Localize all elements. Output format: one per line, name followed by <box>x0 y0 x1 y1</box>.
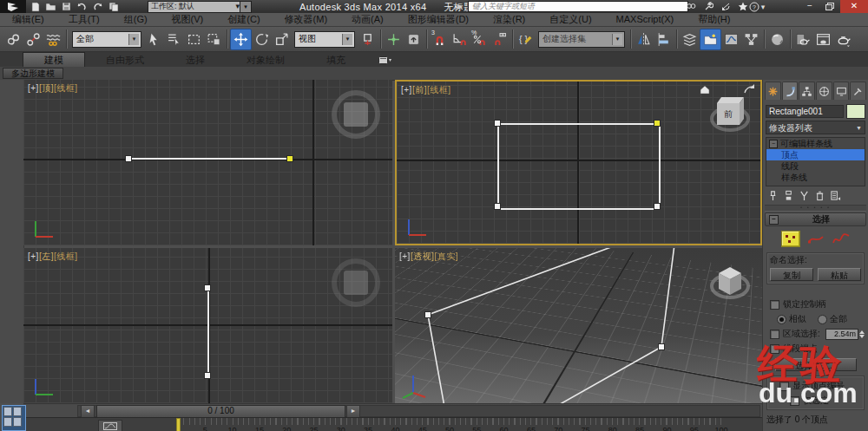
percent-snap-icon[interactable]: % <box>470 29 490 49</box>
menu-item[interactable]: 编辑(E) <box>0 13 56 26</box>
curve-editor-icon[interactable] <box>721 29 741 49</box>
viewport-layout-button[interactable] <box>2 405 26 431</box>
project-folder-icon[interactable] <box>108 1 119 12</box>
spinner-snap-icon[interactable] <box>490 29 510 49</box>
viewport-top-label[interactable]: [+][顶][线框] <box>28 82 78 95</box>
ribbon-tab[interactable]: 建模 <box>23 52 85 67</box>
menu-item[interactable]: 创建(C) <box>215 13 272 26</box>
vertex-handle-selected[interactable] <box>287 156 293 161</box>
rectangular-selection-region-icon[interactable] <box>184 29 204 49</box>
select-and-manipulate-icon[interactable] <box>384 29 404 49</box>
help-button[interactable]: ?▾ <box>746 0 767 13</box>
menu-item[interactable]: 工具(T) <box>56 13 112 26</box>
render-production-icon[interactable] <box>833 29 853 49</box>
redo-icon[interactable] <box>92 1 103 12</box>
time-slider-handle[interactable]: 0 / 100 <box>96 405 345 418</box>
minimize-button[interactable]: − <box>800 0 819 13</box>
vertex-handle[interactable] <box>654 204 660 209</box>
unlink-selection-icon[interactable] <box>23 29 43 49</box>
next-frame-button[interactable]: ► <box>346 405 360 418</box>
make-unique-icon[interactable] <box>799 190 810 201</box>
show-end-result-icon[interactable] <box>783 190 794 201</box>
viewcube[interactable] <box>332 258 380 307</box>
viewport-perspective[interactable]: [+][透视][真实] <box>395 248 762 403</box>
menu-item[interactable]: 视图(V) <box>160 13 216 26</box>
create-tab-icon[interactable] <box>765 82 781 100</box>
spline-rectangle[interactable] <box>497 123 661 210</box>
display-tab-icon[interactable] <box>833 82 850 100</box>
polygon-modeling-panel-button[interactable]: 多边形建模 <box>3 68 63 79</box>
viewport-perspective-label[interactable]: [+][透视][真实] <box>399 251 458 263</box>
keyboard-shortcut-override-icon[interactable] <box>404 29 424 49</box>
vertex-handle[interactable] <box>495 204 500 209</box>
ribbon-tab[interactable]: 对象绘制 <box>226 53 306 67</box>
modifier-list-dropdown[interactable]: 修改器列表▼ <box>766 121 865 134</box>
vertex-handle[interactable] <box>659 344 664 349</box>
mirror-icon[interactable] <box>634 29 654 49</box>
window-crossing-icon[interactable] <box>204 29 224 49</box>
spline-mode-button[interactable] <box>832 232 851 246</box>
close-button[interactable]: ✕ <box>840 0 868 13</box>
remove-modifier-icon[interactable] <box>814 190 825 201</box>
select-object-icon[interactable] <box>144 29 164 49</box>
panel-splitter[interactable]: • • • • • <box>765 205 866 212</box>
snap-toggle-3d-icon[interactable]: 3 <box>430 29 450 49</box>
modify-tab-icon[interactable] <box>782 82 799 100</box>
stack-subobject-row[interactable]: 顶点 <box>766 149 865 160</box>
named-selection-sets-dropdown[interactable]: 创建选择集▼ <box>538 31 625 48</box>
vertex-handle[interactable] <box>495 121 500 126</box>
infocenter-collapse-icon[interactable]: ▶ <box>457 3 463 10</box>
save-file-icon[interactable] <box>61 1 72 12</box>
collapse-icon[interactable]: − <box>769 140 778 148</box>
all-radio[interactable] <box>818 315 827 324</box>
vertex-mode-button[interactable] <box>781 231 800 247</box>
viewport-left-label[interactable]: [+][左][线框] <box>28 251 78 263</box>
motion-tab-icon[interactable] <box>816 82 832 100</box>
application-menu-button[interactable] <box>0 0 26 13</box>
bind-to-space-warp-icon[interactable] <box>43 29 63 49</box>
area-threshold-spinner[interactable]: 2.54m <box>825 329 865 340</box>
copy-button[interactable]: 复制 <box>770 268 813 281</box>
edit-named-selection-sets-icon[interactable]: { } <box>516 29 536 49</box>
ribbon-tab[interactable]: 选择 <box>165 53 226 67</box>
selection-rollout-header[interactable]: − 选择 <box>765 212 866 226</box>
hierarchy-tab-icon[interactable] <box>799 82 815 100</box>
menu-item[interactable]: 帮助(H) <box>686 13 742 26</box>
select-and-rotate-icon[interactable] <box>252 29 272 49</box>
select-and-link-icon[interactable] <box>3 29 23 49</box>
toggle-ribbon-icon[interactable] <box>700 29 721 50</box>
vertex-handle[interactable] <box>425 312 431 317</box>
spline-segment[interactable] <box>128 158 290 160</box>
undo-icon[interactable] <box>76 1 88 12</box>
spline-segment[interactable] <box>207 288 209 375</box>
area-selection-checkbox[interactable] <box>770 330 779 339</box>
workspace-dropdown[interactable]: 工作区: 默认▾ <box>148 1 243 13</box>
viewport-left[interactable]: [+][左][线框] <box>23 248 392 403</box>
vertex-handle[interactable] <box>205 285 210 291</box>
viewport-front-label[interactable]: [+][前][线框] <box>401 84 451 96</box>
select-by-name-icon[interactable] <box>164 29 184 49</box>
vertex-handle[interactable] <box>205 373 210 378</box>
viewport-top[interactable]: [+][顶][线框] <box>23 80 392 245</box>
select-and-move-icon[interactable] <box>230 29 252 50</box>
paste-button[interactable]: 粘贴 <box>818 268 861 281</box>
wrench-icon[interactable] <box>702 1 714 12</box>
schematic-view-icon[interactable] <box>741 29 761 49</box>
object-color-swatch[interactable] <box>846 104 865 119</box>
vertex-handle[interactable] <box>126 156 131 161</box>
align-icon[interactable] <box>654 29 674 49</box>
search-input[interactable]: 键入关键字或短语 <box>468 1 688 12</box>
mini-curve-editor-button[interactable] <box>98 420 122 431</box>
vertex-handle-selected[interactable] <box>654 121 660 126</box>
current-frame-marker[interactable] <box>176 418 181 431</box>
manage-layers-icon[interactable] <box>680 29 700 49</box>
search-icon[interactable] <box>685 1 697 12</box>
render-setup-icon[interactable] <box>793 29 813 49</box>
object-name-field[interactable]: Rectangle001 <box>766 105 844 118</box>
communication-center-icon[interactable] <box>720 1 732 12</box>
new-scene-icon[interactable] <box>30 1 41 12</box>
menu-item[interactable]: 图形编辑器(D) <box>396 13 481 26</box>
configure-modifier-sets-icon[interactable] <box>830 190 841 201</box>
menu-item[interactable]: MAXScript(X) <box>604 13 687 26</box>
utilities-tab-icon[interactable] <box>850 82 866 100</box>
